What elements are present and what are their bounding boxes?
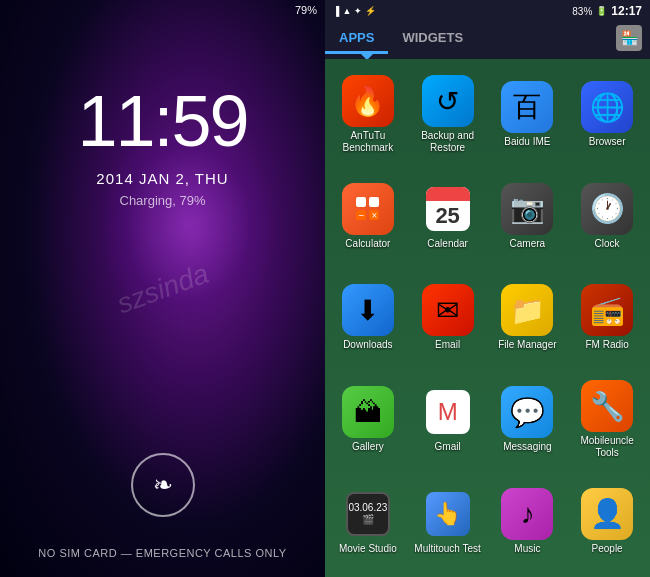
app-label-file-manager: File Manager xyxy=(498,339,556,351)
app-icon-baidu-ime: 百 xyxy=(501,81,553,133)
app-item-email[interactable]: ✉Email xyxy=(409,268,487,368)
app-item-gmail[interactable]: MGmail xyxy=(409,370,487,470)
app-label-calendar: Calendar xyxy=(427,238,468,250)
app-item-camera[interactable]: 📷Camera xyxy=(489,167,567,267)
app-label-calculator: Calculator xyxy=(345,238,390,250)
app-item-movie-studio[interactable]: 03.06.23🎬Movie Studio xyxy=(329,471,407,571)
app-label-camera: Camera xyxy=(510,238,546,250)
app-icon-messaging: 💬 xyxy=(501,386,553,438)
app-icon-calendar: 25 xyxy=(422,183,474,235)
app-item-music[interactable]: ♪Music xyxy=(489,471,567,571)
app-icon-gallery: 🏔 xyxy=(342,386,394,438)
drawer-time: 12:17 xyxy=(611,4,642,18)
app-item-clock[interactable]: 🕐Clock xyxy=(568,167,646,267)
tabs-left: APPS WIDGETS xyxy=(325,22,477,54)
app-item-calendar[interactable]: 25Calendar xyxy=(409,167,487,267)
app-label-gmail: Gmail xyxy=(435,441,461,453)
app-label-antutu-benchmark: AnTuTu Benchmark xyxy=(332,130,404,154)
app-icon-camera: 📷 xyxy=(501,183,553,235)
app-label-backup-and-restore: Backup and Restore xyxy=(412,130,484,154)
app-icon-music: ♪ xyxy=(501,488,553,540)
app-item-browser[interactable]: 🌐Browser xyxy=(568,65,646,165)
app-icon-email: ✉ xyxy=(422,284,474,336)
tab-widgets[interactable]: WIDGETS xyxy=(388,22,477,54)
app-item-fm-radio[interactable]: 📻FM Radio xyxy=(568,268,646,368)
app-label-downloads: Downloads xyxy=(343,339,392,351)
app-label-mobileuncle-tools: Mobileuncle Tools xyxy=(571,435,643,459)
unlock-button[interactable]: ❧ xyxy=(131,453,195,517)
lock-screen: 79% 11:59 2014 JAN 2, THU Charging, 79% … xyxy=(0,0,325,577)
app-icon-mobileuncle-tools: 🔧 xyxy=(581,380,633,432)
app-label-email: Email xyxy=(435,339,460,351)
app-item-people[interactable]: 👤People xyxy=(568,471,646,571)
lock-date: 2014 JAN 2, THU xyxy=(96,170,228,187)
app-icon-movie-studio: 03.06.23🎬 xyxy=(342,488,394,540)
app-icon-antutu-benchmark: 🔥 xyxy=(342,75,394,127)
app-icon-browser: 🌐 xyxy=(581,81,633,133)
app-label-movie-studio: Movie Studio xyxy=(339,543,397,555)
bt-icon: ✦ xyxy=(354,6,362,16)
app-icon-calculator: −× xyxy=(342,183,394,235)
app-label-browser: Browser xyxy=(589,136,626,148)
lock-status-bar: 79% xyxy=(0,0,325,20)
store-icon[interactable]: 🏪 xyxy=(616,25,642,51)
signal-icon: ▐ xyxy=(333,6,339,16)
app-icon-backup-and-restore: ↺ xyxy=(422,75,474,127)
drawer-battery: 83% xyxy=(572,6,592,17)
app-item-mobileuncle-tools[interactable]: 🔧Mobileuncle Tools xyxy=(568,370,646,470)
app-icon-multitouch-test: 👆 xyxy=(422,488,474,540)
app-item-baidu-ime[interactable]: 百Baidu IME xyxy=(489,65,567,165)
apps-grid: 🔥AnTuTu Benchmark↺Backup and Restore百Bai… xyxy=(325,59,650,577)
app-item-downloads[interactable]: ⬇Downloads xyxy=(329,268,407,368)
unlock-icon: ❧ xyxy=(153,471,173,499)
app-icon-downloads: ⬇ xyxy=(342,284,394,336)
app-item-multitouch-test[interactable]: 👆Multitouch Test xyxy=(409,471,487,571)
battery-icon: 🔋 xyxy=(596,6,607,16)
app-icon-clock: 🕐 xyxy=(581,183,633,235)
app-label-clock: Clock xyxy=(595,238,620,250)
drawer-tabs-row: APPS WIDGETS 🏪 xyxy=(325,22,650,54)
app-item-backup-and-restore[interactable]: ↺Backup and Restore xyxy=(409,65,487,165)
tab-apps[interactable]: APPS xyxy=(325,22,388,54)
app-icon-gmail: M xyxy=(422,386,474,438)
app-item-antutu-benchmark[interactable]: 🔥AnTuTu Benchmark xyxy=(329,65,407,165)
app-label-multitouch-test: Multitouch Test xyxy=(414,543,481,555)
app-label-music: Music xyxy=(514,543,540,555)
lock-time: 11:59 xyxy=(77,80,247,162)
app-drawer: ▐ ▲ ✦ ⚡ 83% 🔋 12:17 APPS WIDGETS 🏪 🔥AnTu… xyxy=(325,0,650,577)
app-label-fm-radio: FM Radio xyxy=(585,339,628,351)
app-item-calculator[interactable]: −×Calculator xyxy=(329,167,407,267)
app-item-gallery[interactable]: 🏔Gallery xyxy=(329,370,407,470)
app-label-baidu-ime: Baidu IME xyxy=(504,136,550,148)
drawer-status-right: 83% 🔋 12:17 xyxy=(572,4,642,18)
app-item-messaging[interactable]: 💬Messaging xyxy=(489,370,567,470)
lock-status-icons: 79% xyxy=(295,4,317,16)
battery-percent: 79% xyxy=(295,4,317,16)
app-label-messaging: Messaging xyxy=(503,441,551,453)
wifi-icon: ▲ xyxy=(342,6,351,16)
charging-status: Charging, 79% xyxy=(120,193,206,208)
app-icon-file-manager: 📁 xyxy=(501,284,553,336)
app-icon-fm-radio: 📻 xyxy=(581,284,633,336)
drawer-status-icons: ▐ ▲ ✦ ⚡ xyxy=(333,6,376,16)
drawer-status-bar: ▐ ▲ ✦ ⚡ 83% 🔋 12:17 xyxy=(325,0,650,22)
app-label-people: People xyxy=(592,543,623,555)
usb-icon: ⚡ xyxy=(365,6,376,16)
app-item-file-manager[interactable]: 📁File Manager xyxy=(489,268,567,368)
app-icon-people: 👤 xyxy=(581,488,633,540)
app-label-gallery: Gallery xyxy=(352,441,384,453)
